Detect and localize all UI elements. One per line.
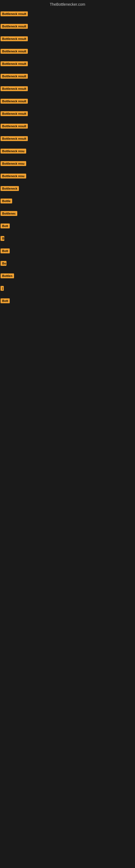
list-item: Bottleneck result	[0, 20, 135, 33]
bottleneck-result-badge: Bottleneck result	[1, 61, 28, 66]
bottleneck-result-badge: Bottlen	[1, 273, 14, 278]
bottleneck-result-badge: Bottleneck result	[1, 24, 28, 29]
bottleneck-result-badge: Bott	[1, 248, 10, 253]
bottleneck-result-badge: B	[1, 236, 4, 241]
list-item: Bottlen	[0, 270, 135, 282]
bottleneck-result-badge: Bott	[1, 299, 10, 303]
list-item: B	[0, 232, 135, 245]
bottleneck-result-badge: Bottleneck result	[1, 11, 28, 16]
list-item: Bottleneck result	[0, 132, 135, 145]
list-item: Bottleneck result	[0, 107, 135, 120]
list-item: Bottleneck result	[0, 58, 135, 70]
bottleneck-result-badge: Bottleneck result	[1, 136, 28, 141]
list-item: Bott	[0, 245, 135, 257]
bottleneck-result-badge: Bottlenec	[1, 211, 17, 216]
site-header: TheBottlenecker.com	[0, 0, 135, 8]
list-item: Bottle	[0, 195, 135, 207]
list-item: Bottleneck result	[0, 33, 135, 45]
bottleneck-result-badge: Bottleneck result	[1, 99, 28, 104]
list-item: Bottleneck resu	[0, 157, 135, 170]
list-item: Bott	[0, 294, 135, 307]
bottleneck-result-badge: Bottleneck result	[1, 86, 28, 91]
list-item: Bottleneck result	[0, 45, 135, 58]
list-item: Bottleneck result	[0, 83, 135, 95]
list-item: Bottleneck result	[0, 8, 135, 20]
list-item: Bottleneck result	[0, 120, 135, 132]
list-item: Bottleneck result	[0, 95, 135, 107]
bottleneck-result-badge: Bott	[1, 223, 10, 228]
bottleneck-result-badge: Bottleneck resu	[1, 149, 26, 154]
list-item: Bo	[0, 257, 135, 270]
site-title: TheBottlenecker.com	[0, 0, 135, 8]
bottleneck-result-badge: Bottleneck result	[1, 124, 28, 129]
bottleneck-result-badge: Bottleneck result	[1, 36, 28, 41]
bottleneck-result-badge: |	[1, 286, 4, 291]
bottleneck-result-badge: Bottleneck result	[1, 111, 28, 116]
bottleneck-result-badge: Bo	[1, 261, 6, 266]
list-item: Bottleneck	[0, 182, 135, 195]
bottleneck-result-badge: Bottleneck result	[1, 74, 28, 79]
list-item: Bottleneck result	[0, 70, 135, 83]
bottleneck-result-badge: Bottleneck	[1, 186, 19, 191]
list-item: |	[0, 282, 135, 294]
bottleneck-result-badge: Bottleneck result	[1, 49, 28, 54]
list-item: Bott	[0, 220, 135, 232]
list-item: Bottleneck resu	[0, 170, 135, 182]
rows-container: Bottleneck resultBottleneck resultBottle…	[0, 8, 135, 307]
bottleneck-result-badge: Bottle	[1, 198, 12, 204]
bottleneck-result-badge: Bottleneck resu	[1, 174, 26, 179]
list-item: Bottleneck resu	[0, 145, 135, 157]
list-item: Bottlenec	[0, 207, 135, 220]
bottleneck-result-badge: Bottleneck resu	[1, 161, 26, 166]
